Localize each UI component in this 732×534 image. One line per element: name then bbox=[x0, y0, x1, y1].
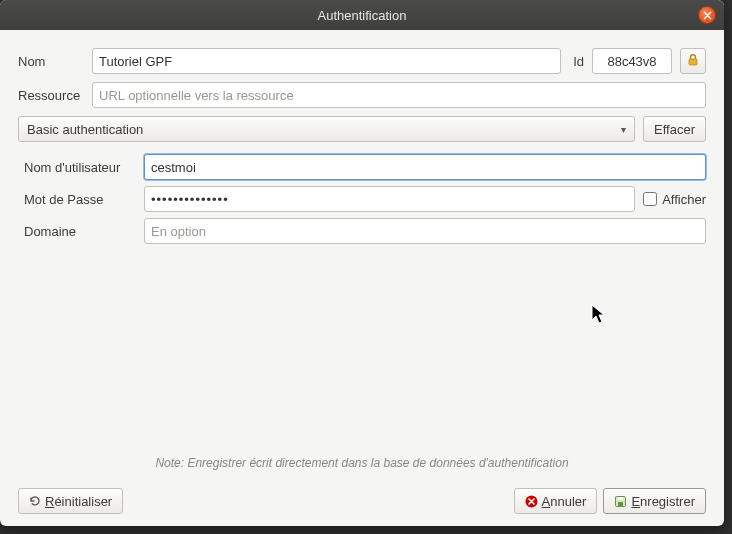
save-button[interactable]: Enregistrer bbox=[603, 488, 706, 514]
password-input[interactable] bbox=[144, 186, 635, 212]
dialog-content: Nom Id Ressource Basic authentication ▾ … bbox=[0, 30, 724, 526]
reset-button-label: Réinitialiser bbox=[45, 494, 112, 509]
id-label: Id bbox=[573, 54, 584, 69]
auth-type-row: Basic authentication ▾ Effacer bbox=[18, 116, 706, 142]
reset-button[interactable]: Réinitialiser bbox=[18, 488, 123, 514]
auth-type-value: Basic authentication bbox=[27, 122, 143, 137]
clear-button[interactable]: Effacer bbox=[643, 116, 706, 142]
spacer bbox=[18, 252, 706, 448]
close-icon bbox=[703, 8, 712, 23]
username-label: Nom d'utilisateur bbox=[24, 160, 136, 175]
clear-button-label: Effacer bbox=[654, 122, 695, 137]
auth-dialog-window: Authentification Nom Id Ressource B bbox=[0, 0, 724, 526]
password-label: Mot de Passe bbox=[24, 192, 136, 207]
domain-label: Domaine bbox=[24, 224, 136, 239]
password-row: Mot de Passe Afficher bbox=[24, 186, 706, 212]
resource-label: Ressource bbox=[18, 88, 84, 103]
name-label: Nom bbox=[18, 54, 84, 69]
domain-row: Domaine bbox=[24, 218, 706, 244]
svg-rect-4 bbox=[618, 497, 623, 500]
id-input bbox=[592, 48, 672, 74]
window-title: Authentification bbox=[318, 8, 407, 23]
show-password-checkbox[interactable] bbox=[643, 192, 657, 206]
save-icon bbox=[614, 495, 627, 508]
show-password-toggle[interactable]: Afficher bbox=[643, 192, 706, 207]
name-input[interactable] bbox=[92, 48, 561, 74]
credentials-section: Nom d'utilisateur Mot de Passe Afficher … bbox=[18, 154, 706, 244]
close-button[interactable] bbox=[698, 6, 716, 24]
cancel-icon bbox=[525, 495, 538, 508]
save-button-label: Enregistrer bbox=[631, 494, 695, 509]
cancel-button[interactable]: Annuler bbox=[514, 488, 598, 514]
svg-rect-3 bbox=[618, 502, 623, 506]
chevron-down-icon: ▾ bbox=[621, 124, 626, 135]
show-password-label: Afficher bbox=[662, 192, 706, 207]
username-input[interactable] bbox=[144, 154, 706, 180]
resource-input[interactable] bbox=[92, 82, 706, 108]
lock-icon bbox=[686, 53, 700, 70]
lock-button[interactable] bbox=[680, 48, 706, 74]
name-row: Nom Id bbox=[18, 48, 706, 74]
username-row: Nom d'utilisateur bbox=[24, 154, 706, 180]
svg-rect-0 bbox=[689, 59, 697, 65]
footer-buttons: Réinitialiser Annuler Enregistrer bbox=[18, 484, 706, 514]
cancel-button-label: Annuler bbox=[542, 494, 587, 509]
reset-icon bbox=[29, 495, 41, 507]
auth-type-dropdown[interactable]: Basic authentication ▾ bbox=[18, 116, 635, 142]
titlebar: Authentification bbox=[0, 0, 724, 30]
resource-row: Ressource bbox=[18, 82, 706, 108]
domain-input[interactable] bbox=[144, 218, 706, 244]
footer-note: Note: Enregistrer écrit directement dans… bbox=[18, 456, 706, 470]
